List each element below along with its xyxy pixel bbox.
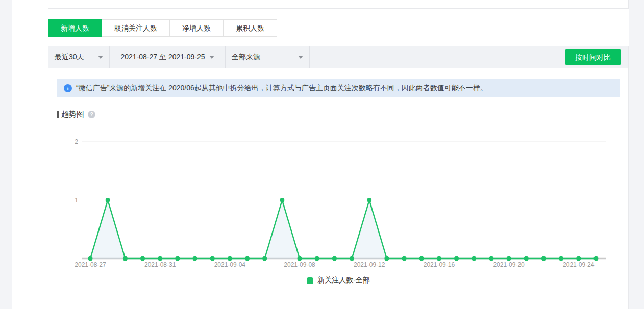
svg-text:2021-08-27: 2021-08-27 — [75, 261, 106, 268]
analytics-card: 最近30天 2021-08-27 至 2021-09-25 全部来源 按时间对比… — [48, 46, 629, 309]
tab-unfollowers[interactable]: 取消关注人数 — [102, 19, 170, 37]
info-icon: i — [64, 84, 72, 92]
tab-net-growth[interactable]: 净增人数 — [169, 19, 224, 37]
svg-text:2021-09-16: 2021-09-16 — [424, 261, 455, 268]
section-title: 趋势图 — [61, 110, 84, 119]
metric-tabs: 新增人数 取消关注人数 净增人数 累积人数 — [48, 19, 277, 37]
svg-text:2021-09-04: 2021-09-04 — [214, 261, 246, 268]
trend-section-header: 趋势图 ? — [57, 110, 628, 119]
date-range-dropdown[interactable]: 2021-08-27 至 2021-09-25 — [110, 46, 226, 68]
time-range-label: 最近30天 — [55, 53, 84, 62]
legend-label: 新关注人数-全部 — [317, 276, 370, 285]
tab-cumulative[interactable]: 累积人数 — [223, 19, 277, 37]
time-range-dropdown[interactable]: 最近30天 — [48, 46, 110, 68]
chart-legend[interactable]: 新关注人数-全部 — [48, 275, 628, 286]
source-dropdown[interactable]: 全部来源 — [226, 46, 310, 68]
page-gutter-left — [0, 0, 12, 309]
filter-spacer — [310, 46, 565, 68]
svg-text:2021-09-24: 2021-09-24 — [563, 261, 595, 268]
svg-text:1: 1 — [75, 197, 78, 204]
compare-by-time-button[interactable]: 按时间对比 — [565, 49, 621, 65]
svg-text:2021-09-12: 2021-09-12 — [354, 261, 385, 268]
svg-text:2021-09-08: 2021-09-08 — [284, 261, 315, 268]
tab-new-followers[interactable]: 新增人数 — [48, 19, 102, 37]
date-range-label: 2021-08-27 至 2021-09-25 — [120, 53, 205, 62]
notice-bar: i “微信广告”来源的新增关注在 2020/06起从其他中拆分给出，计算方式与广… — [57, 79, 620, 97]
chevron-down-icon — [209, 56, 214, 59]
svg-text:2021-09-20: 2021-09-20 — [493, 261, 525, 268]
chevron-down-icon — [298, 56, 303, 59]
notice-text: “微信广告”来源的新增关注在 2020/06起从其他中拆分给出，计算方式与广告主… — [76, 84, 487, 93]
svg-text:2021-08-31: 2021-08-31 — [144, 261, 176, 268]
svg-text:2: 2 — [75, 138, 78, 145]
page-gutter-right — [629, 0, 644, 309]
chevron-down-icon — [98, 56, 103, 59]
legend-marker-icon — [307, 277, 313, 284]
filter-bar: 最近30天 2021-08-27 至 2021-09-25 全部来源 按时间对比 — [48, 46, 628, 68]
title-bar-mark — [57, 111, 59, 118]
source-label: 全部来源 — [232, 53, 260, 62]
help-icon[interactable]: ? — [88, 111, 95, 118]
trend-line-chart[interactable]: 122021-08-272021-08-312021-09-042021-09-… — [48, 122, 628, 275]
previous-section-card — [48, 0, 629, 9]
